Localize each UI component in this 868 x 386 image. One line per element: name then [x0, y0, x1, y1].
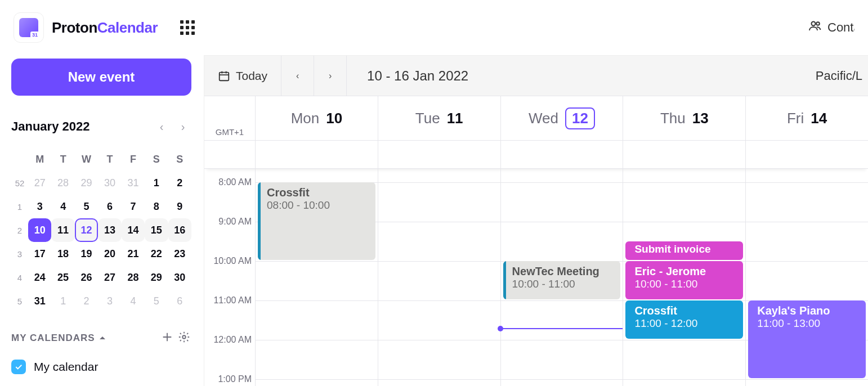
allday-cell[interactable]: [255, 141, 378, 168]
allday-cell[interactable]: [745, 141, 868, 168]
svg-rect-3: [220, 72, 229, 80]
mini-day-cell[interactable]: 4: [51, 195, 74, 218]
calendar-name: My calendar: [34, 360, 98, 374]
mini-day-cell[interactable]: 7: [122, 195, 145, 218]
day-header-cell[interactable]: Fri 14: [745, 96, 868, 140]
mini-week-number: 1: [11, 202, 28, 212]
contacts-icon[interactable]: [808, 19, 822, 36]
mini-day-cell[interactable]: 29: [75, 171, 98, 195]
mini-week-number: 52: [11, 178, 28, 188]
day-column[interactable]: [378, 169, 500, 386]
mini-day-cell[interactable]: 21: [122, 242, 145, 266]
mini-day-cell[interactable]: 14: [122, 218, 145, 242]
day-header-cell[interactable]: Tue 11: [378, 96, 500, 140]
mini-day-cell[interactable]: 2: [168, 171, 191, 195]
day-header-cell[interactable]: Wed 12: [500, 96, 623, 140]
mini-day-cell[interactable]: 3: [98, 289, 121, 313]
mini-day-cell[interactable]: 4: [122, 289, 145, 313]
mini-dow: S: [168, 154, 191, 165]
calendar-event[interactable]: NewTec Meeting10:00 - 11:00: [503, 261, 621, 299]
new-event-button[interactable]: New event: [11, 59, 191, 96]
my-calendars-label[interactable]: MY CALENDARS: [11, 333, 105, 344]
calendar-event[interactable]: Crossfit08:00 - 10:00: [258, 182, 375, 260]
mini-day-cell[interactable]: 22: [145, 242, 168, 266]
mini-day-cell[interactable]: 29: [145, 266, 168, 289]
mini-day-cell[interactable]: 17: [28, 242, 51, 266]
mini-day-cell[interactable]: 8: [145, 195, 168, 218]
mini-day-cell[interactable]: 28: [51, 171, 74, 195]
mini-day-cell[interactable]: 15: [145, 218, 168, 242]
mini-day-cell[interactable]: 20: [98, 242, 121, 266]
calendar-event[interactable]: Kayla's Piano11:00 - 13:00: [748, 300, 866, 378]
mini-day-cell[interactable]: 31: [122, 171, 145, 195]
time-label: 11:00 AM: [204, 295, 252, 306]
svg-point-0: [812, 22, 816, 26]
date-range-label: 10 - 16 Jan 2022: [347, 68, 468, 84]
calendar-icon: [218, 70, 230, 82]
mini-day-cell[interactable]: 23: [168, 242, 191, 266]
chevron-up-icon: [100, 334, 105, 339]
mini-day-cell[interactable]: 9: [168, 195, 191, 218]
mini-day-cell[interactable]: 30: [168, 266, 191, 289]
time-label: 9:00 AM: [204, 217, 252, 227]
contacts-label[interactable]: Contacts: [827, 20, 854, 35]
mini-dow: F: [122, 154, 145, 165]
mini-day-cell[interactable]: 27: [28, 171, 51, 195]
apps-grid-icon[interactable]: [180, 20, 195, 35]
mini-dow: S: [145, 154, 168, 165]
calendar-settings-button[interactable]: [176, 329, 193, 347]
mini-prev-button[interactable]: ‹: [152, 117, 171, 136]
mini-day-cell[interactable]: 31: [28, 289, 51, 313]
today-button[interactable]: Today: [204, 56, 281, 96]
timezone-selector[interactable]: Pacific/L: [816, 69, 868, 83]
mini-day-cell[interactable]: 6: [98, 195, 121, 218]
mini-day-cell[interactable]: 18: [51, 242, 74, 266]
prev-week-button[interactable]: ‹: [281, 56, 314, 96]
mini-day-cell[interactable]: 11: [51, 218, 74, 242]
allday-cell[interactable]: [378, 141, 500, 168]
mini-day-cell[interactable]: 24: [28, 266, 51, 289]
svg-point-1: [816, 22, 820, 25]
mini-day-cell[interactable]: 5: [145, 289, 168, 313]
mini-week-number: 4: [11, 273, 28, 282]
day-column[interactable]: NewTec Meeting10:00 - 11:00: [500, 169, 623, 386]
calendar-event[interactable]: Crossfit11:00 - 12:00: [625, 300, 743, 339]
next-week-button[interactable]: ›: [314, 56, 347, 96]
mini-day-cell[interactable]: 28: [122, 266, 145, 289]
mini-day-cell[interactable]: 1: [145, 171, 168, 195]
add-calendar-button[interactable]: [159, 329, 176, 347]
mini-day-cell[interactable]: 30: [98, 171, 121, 195]
mini-week-number: 2: [11, 226, 28, 235]
calendar-event[interactable]: Submit invoice: [625, 241, 743, 260]
gmt-label: GMT+1: [204, 96, 255, 140]
allday-cell[interactable]: [500, 141, 623, 168]
mini-day-cell[interactable]: 25: [51, 266, 74, 289]
mini-day-cell[interactable]: 2: [75, 289, 98, 313]
day-column[interactable]: Kayla's Piano11:00 - 13:00: [745, 169, 868, 386]
mini-day-cell[interactable]: 3: [28, 195, 51, 218]
mini-day-cell[interactable]: 10: [28, 218, 51, 242]
calendar-checkbox[interactable]: [11, 360, 26, 374]
mini-month-label: January 2022: [11, 119, 90, 134]
day-column[interactable]: Submit invoiceEric - Jerome10:00 - 11:00…: [623, 169, 745, 386]
mini-day-cell[interactable]: 16: [168, 218, 191, 242]
mini-calendar: MTWTFSS522728293031121345678921011121314…: [11, 147, 191, 313]
mini-day-cell[interactable]: 19: [75, 242, 98, 266]
day-header-cell[interactable]: Mon 10: [255, 96, 378, 140]
mini-next-button[interactable]: ›: [173, 117, 193, 136]
calendar-item[interactable]: My calendar: [11, 360, 193, 374]
mini-dow: T: [98, 154, 121, 165]
mini-day-cell[interactable]: 5: [75, 195, 98, 218]
mini-day-cell[interactable]: 1: [51, 289, 74, 313]
time-label: 8:00 AM: [204, 177, 252, 187]
calendar-event[interactable]: Eric - Jerome10:00 - 11:00: [625, 261, 743, 299]
day-header-cell[interactable]: Thu 13: [623, 96, 745, 140]
mini-day-cell[interactable]: 13: [98, 218, 121, 242]
brand-logo-icon: [14, 12, 44, 43]
day-column[interactable]: Crossfit08:00 - 10:00: [255, 169, 378, 386]
mini-day-cell[interactable]: 12: [75, 218, 98, 242]
mini-day-cell[interactable]: 27: [98, 266, 121, 289]
allday-cell[interactable]: [623, 141, 745, 168]
mini-day-cell[interactable]: 6: [168, 289, 191, 313]
mini-day-cell[interactable]: 26: [75, 266, 98, 289]
